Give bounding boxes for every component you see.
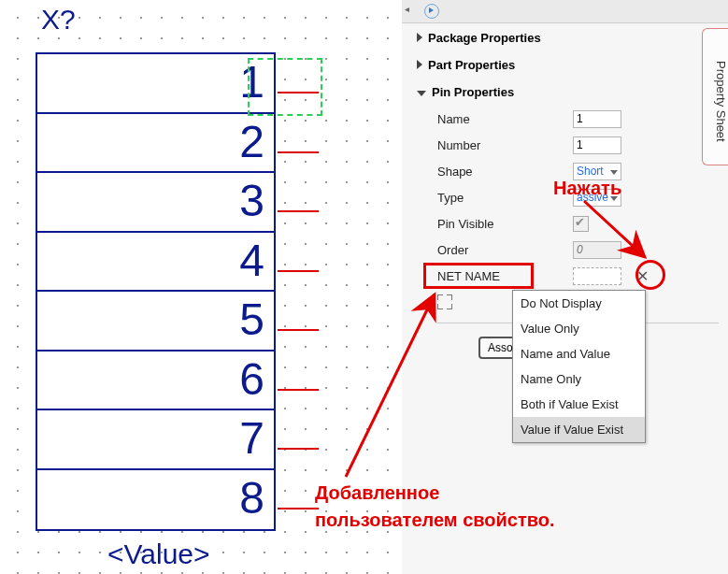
annot-box-netname: [423, 263, 534, 289]
value-placeholder[interactable]: <Value>: [107, 538, 210, 570]
dd-item-value-only[interactable]: Value Only: [513, 316, 645, 341]
pin-lead-8[interactable]: [278, 508, 319, 509]
pin-row-5[interactable]: 5: [37, 292, 274, 352]
pin-lead-7[interactable]: [278, 448, 319, 450]
refdes-text[interactable]: X?: [41, 4, 76, 36]
annot-circle-dropdown: [635, 260, 665, 290]
pin-row-8[interactable]: 8: [37, 470, 274, 530]
component-body[interactable]: 1 2 3 4 5 6 7 8: [36, 52, 276, 531]
input-netname[interactable]: [573, 267, 621, 285]
display-format-dropdown[interactable]: Do Not Display Value Only Name and Value…: [512, 290, 646, 443]
section-package-properties[interactable]: Package Properties: [413, 24, 728, 51]
pin-row-7[interactable]: 7: [37, 410, 274, 470]
section-part-properties[interactable]: Part Properties: [413, 51, 728, 79]
dd-item-name-and-value[interactable]: Name and Value: [513, 341, 645, 366]
play-icon[interactable]: [424, 4, 439, 19]
input-number[interactable]: [573, 136, 621, 154]
annot-text-added-2: пользователем свойство.: [315, 509, 555, 531]
dd-item-name-only[interactable]: Name Only: [513, 366, 645, 392]
pin-row-4[interactable]: 4: [37, 233, 274, 293]
pin-lead-4[interactable]: [278, 270, 319, 272]
row-number: Number: [413, 132, 728, 158]
pin-lead-3[interactable]: [278, 210, 319, 212]
section-pin-properties[interactable]: Pin Properties: [413, 79, 728, 106]
input-name[interactable]: [573, 110, 621, 128]
dd-item-both-if-value[interactable]: Both if Value Exist: [513, 392, 645, 417]
annot-text-press: Нажать: [553, 178, 621, 199]
dd-item-value-if-value[interactable]: Value if Value Exist: [513, 417, 645, 442]
expand-icon[interactable]: [437, 294, 452, 309]
row-order: Order: [413, 237, 728, 263]
annot-text-added-1: Добавленное: [315, 482, 439, 504]
triangle-collapsed-icon: [417, 58, 422, 72]
pin-lead-2[interactable]: [278, 151, 319, 153]
panel-collapse-icon[interactable]: ◂: [405, 5, 416, 16]
pin-lead-6[interactable]: [278, 389, 319, 391]
panel-top-strip: ◂: [402, 0, 728, 23]
pin-row-2[interactable]: 2: [37, 114, 274, 174]
row-name: Name: [413, 106, 728, 132]
row-pin-visible: Pin Visible: [413, 210, 728, 237]
dd-item-do-not-display[interactable]: Do Not Display: [513, 291, 645, 316]
triangle-expanded-icon: [417, 85, 426, 99]
input-order: [573, 241, 621, 259]
triangle-collapsed-icon: [417, 31, 422, 45]
pin-row-6[interactable]: 6: [37, 352, 274, 411]
pin-row-3[interactable]: 3: [37, 173, 274, 233]
checkbox-pin-visible[interactable]: [573, 216, 589, 232]
pin-lead-5[interactable]: [278, 329, 319, 331]
selection-pin-1: [248, 58, 322, 116]
pin-row-1[interactable]: 1: [37, 54, 274, 114]
